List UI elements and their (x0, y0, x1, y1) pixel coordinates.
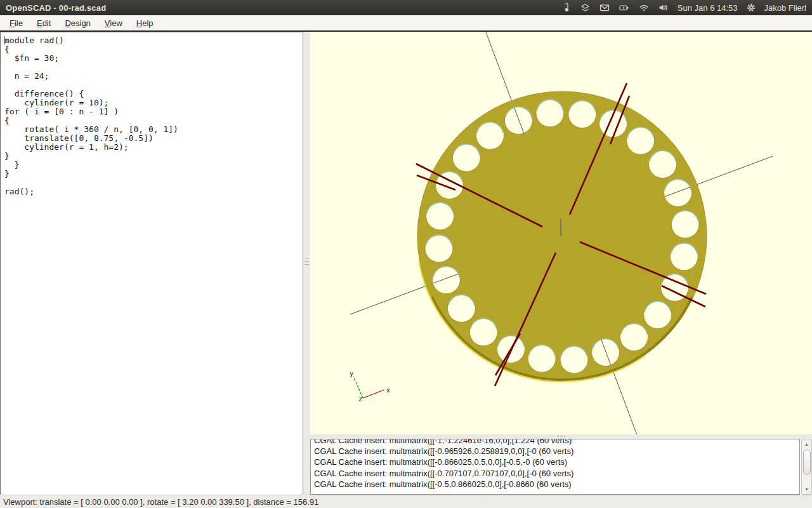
menu-design[interactable]: Design (58, 17, 97, 30)
console-line: CGAL Cache insert: multmatrix([[-0.86602… (314, 457, 799, 467)
axis-indicator-label: z (358, 396, 362, 403)
console-line: CGAL Cache insert: multmatrix([[-0.96592… (314, 446, 799, 457)
window-title: OpenSCAD - 00-rad.scad (6, 3, 106, 13)
system-tray: Sun Jan 6 14:53 Jakob Flierl (561, 3, 812, 13)
user-menu[interactable]: Jakob Flierl (764, 3, 806, 13)
horizontal-splitter-handle[interactable] (558, 436, 566, 437)
menu-view[interactable]: View (98, 17, 129, 30)
volume-icon[interactable] (658, 3, 669, 13)
console-line: CGAL Cache insert: multmatrix([[-0.70710… (314, 468, 799, 479)
main-content: module rad() { $fn = 30; n = 24; differe… (0, 32, 812, 495)
3d-viewport-canvas[interactable]: xyz (310, 32, 812, 434)
console-line: CGAL Cache insert: multmatrix([[-1,-1.22… (314, 439, 799, 446)
session-gear-icon[interactable] (746, 3, 756, 13)
menubar: File Edit Design View Help (0, 15, 812, 32)
battery-icon[interactable] (619, 3, 630, 13)
scroll-down-button[interactable]: ▼ (802, 485, 811, 493)
vertical-splitter[interactable] (303, 32, 310, 495)
axis-indicator-x (363, 390, 384, 398)
console-panel: CGAL Cache insert: multmatrix([[-1,-1.22… (310, 439, 812, 495)
console-output[interactable]: CGAL Cache insert: multmatrix([[-1,-1.22… (310, 439, 800, 495)
axis-indicator-label: y (350, 370, 353, 377)
console-line: CGAL Cache insert: multmatrix([[-0.5,0.8… (314, 479, 799, 490)
code-editor[interactable]: module rad() { $fn = 30; n = 24; differe… (0, 32, 303, 495)
vertical-splitter-handle[interactable] (304, 258, 309, 266)
axis-indicator-label: x (386, 387, 390, 394)
axis-indicator-y (353, 377, 363, 398)
scrollbar-thumb[interactable] (803, 450, 811, 475)
dropbox-icon[interactable] (580, 3, 591, 13)
wifi-icon[interactable] (638, 3, 650, 13)
scroll-up-button[interactable]: ▲ (802, 440, 811, 448)
code-text: module rad() { $fn = 30; n = 24; differe… (4, 36, 303, 196)
status-bar: Viewport: translate = [ 0.00 0.00 0.00 ]… (0, 495, 812, 508)
menu-edit[interactable]: Edit (30, 17, 58, 30)
console-scrollbar[interactable]: ▲ ▼ (801, 439, 812, 495)
viewport-status-text: Viewport: translate = [ 0.00 0.00 0.00 ]… (3, 497, 318, 507)
right-column: xyz CGAL Cache insert: multmatrix([[-1,-… (310, 32, 812, 495)
thermometer-icon[interactable] (561, 3, 572, 13)
mail-icon[interactable] (599, 3, 610, 13)
clock-indicator[interactable]: Sun Jan 6 14:53 (678, 3, 738, 13)
panel-bar: OpenSCAD - 00-rad.scad (0, 0, 812, 15)
horizontal-splitter[interactable] (310, 434, 812, 439)
text-caret (4, 36, 4, 44)
menu-help[interactable]: Help (129, 17, 160, 30)
menu-file[interactable]: File (3, 17, 30, 30)
